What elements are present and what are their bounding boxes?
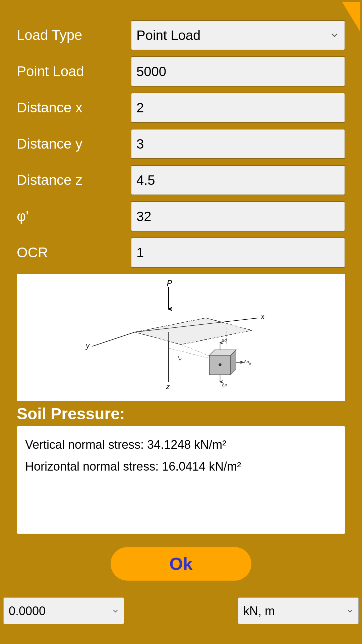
- bottom-left-select[interactable]: 0.0000: [3, 597, 124, 624]
- point-load-row: Point Load: [17, 56, 345, 87]
- svg-text:x: x: [260, 313, 265, 320]
- bottom-right-select[interactable]: kN, m kip, ft N, mm: [238, 597, 359, 624]
- svg-line-4: [92, 332, 135, 346]
- soil-pressure-title: Soil Pressure:: [17, 405, 345, 423]
- distance-y-label: Distance y: [17, 136, 131, 152]
- distance-x-input[interactable]: [131, 93, 345, 123]
- ocr-label: OCR: [17, 245, 131, 261]
- distance-x-label: Distance x: [17, 100, 131, 116]
- ok-button[interactable]: Ok: [111, 547, 251, 581]
- load-type-label: Load Type: [17, 27, 131, 43]
- svg-text:z: z: [166, 383, 170, 390]
- vertical-stress: Vertical normal stress: 34.1248 kN/m²: [25, 436, 337, 453]
- horizontal-stress: Horizontal normal stress: 16.0414 kN/m²: [25, 458, 337, 475]
- back-button[interactable]: [342, 2, 360, 32]
- distance-y-row: Distance y: [17, 129, 345, 159]
- diagram-svg: P x y z: [20, 277, 342, 398]
- phi-row: φ': [17, 201, 345, 231]
- distance-z-label: Distance z: [17, 172, 131, 188]
- ocr-input[interactable]: [131, 237, 345, 268]
- phi-input[interactable]: [131, 201, 345, 231]
- svg-marker-8: [135, 318, 252, 344]
- soil-pressure-section: Soil Pressure: Vertical normal stress: 3…: [17, 405, 345, 534]
- ocr-row: OCR: [17, 237, 345, 268]
- svg-text:Δσ: Δσ: [222, 338, 227, 343]
- distance-z-input[interactable]: [131, 165, 345, 195]
- point-load-label: Point Load: [17, 63, 131, 79]
- svg-text:Δσ: Δσ: [222, 383, 227, 387]
- load-type-row: Load Type Point Load Distributed Load Li…: [17, 20, 345, 50]
- svg-text:L: L: [176, 354, 183, 362]
- diagram-container: P x y z: [17, 274, 345, 401]
- soil-pressure-box: Vertical normal stress: 34.1248 kN/m² Ho…: [17, 426, 345, 534]
- svg-text:y: y: [85, 342, 90, 350]
- distance-z-row: Distance z: [17, 165, 345, 195]
- svg-text:Δσh: Δσh: [244, 360, 251, 365]
- phi-label: φ': [17, 208, 131, 224]
- point-load-input[interactable]: [131, 56, 345, 87]
- bottom-bar: 0.0000 kN, m kip, ft N, mm: [0, 597, 362, 631]
- distance-y-input[interactable]: [131, 129, 345, 159]
- distance-x-row: Distance x: [17, 93, 345, 123]
- load-type-select[interactable]: Point Load Distributed Load Line Load: [131, 20, 345, 50]
- svg-point-21: [219, 363, 221, 366]
- svg-text:P: P: [167, 279, 172, 287]
